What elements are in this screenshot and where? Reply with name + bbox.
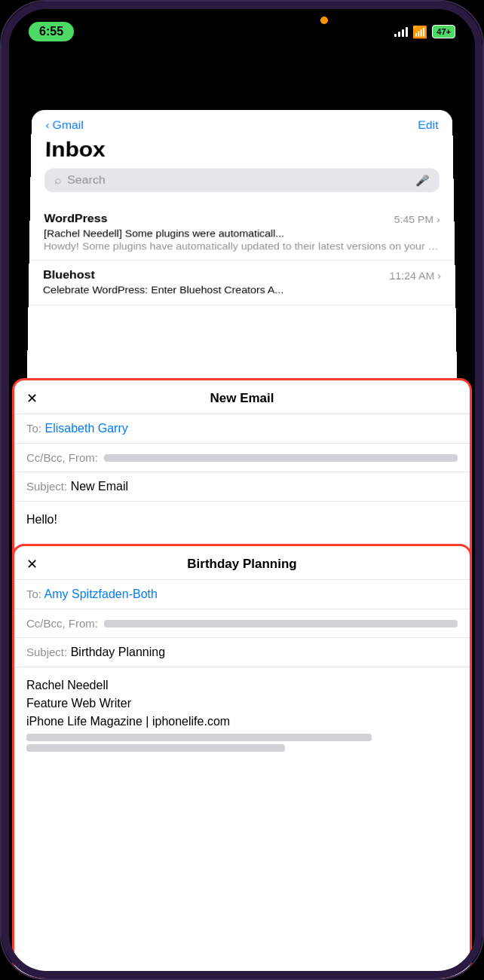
edit-button[interactable]: Edit: [418, 119, 439, 132]
signal-icon: [394, 26, 408, 37]
home-indicator: [189, 967, 295, 971]
compose-subject-1[interactable]: Subject: New Email: [14, 472, 470, 502]
status-icons: 📶 47+: [394, 25, 455, 39]
chevron-right-icon: ›: [437, 270, 441, 281]
compose-header-2: ✕ Birthday Planning: [14, 546, 470, 580]
search-bar[interactable]: ⌕ Search 🎤: [44, 169, 440, 193]
email-item-bluehost[interactable]: Bluehost 11:24 AM › Celebrate WordPress:…: [29, 261, 456, 306]
compose-to-field-2[interactable]: To: Amy Spitzfaden-Both: [14, 580, 470, 609]
body2-line3: iPhone Life Magazine | iphonelife.com: [26, 713, 458, 731]
redacted-line-1: [26, 734, 372, 741]
to-name-1: Elisabeth Garry: [44, 422, 127, 435]
email-time: 11:24 AM: [389, 270, 434, 281]
compose-ccbcc-2[interactable]: Cc/Bcc, From:: [14, 609, 470, 638]
email-subject: [Rachel Needell] Some plugins were autom…: [44, 227, 440, 239]
subject-label-1: Subject:: [26, 480, 67, 493]
camera-indicator: [320, 17, 328, 24]
screen-content: ‹ Gmail Edit Inbox ⌕ Search 🎤 WordPress: [2, 2, 482, 978]
email-preview: Howdy! Some plugins have automatically u…: [44, 240, 441, 252]
wifi-icon: 📶: [412, 25, 427, 39]
time-display: 6:55: [29, 22, 74, 41]
gmail-back-button[interactable]: ‹ Gmail: [45, 119, 84, 132]
gmail-label: Gmail: [52, 119, 84, 132]
body2-line2: Feature Web Writer: [26, 695, 458, 713]
ccbcc-redacted-1: [104, 454, 458, 462]
email-subject: Celebrate WordPress: Enter Bluehost Crea…: [43, 284, 442, 295]
subject-label-2: Subject:: [26, 646, 67, 658]
compose-subject-2[interactable]: Subject: Birthday Planning: [14, 638, 470, 667]
email-time: 5:45 PM: [394, 213, 433, 224]
ccbcc-label-2: Cc/Bcc, From:: [26, 617, 98, 630]
compose-modal-birthday: ✕ Birthday Planning To: Amy Spitzfaden-B…: [12, 544, 472, 978]
close-button-2[interactable]: ✕: [26, 556, 38, 572]
inbox-nav: ‹ Gmail Edit: [45, 119, 439, 132]
compose-body-2[interactable]: Rachel Needell Feature Web Writer iPhone…: [14, 667, 470, 764]
to-label-2: To:: [26, 588, 41, 600]
compose-ccbcc-1[interactable]: Cc/Bcc, From:: [14, 444, 470, 472]
chevron-left-icon: ‹: [45, 119, 50, 132]
chevron-right-icon: ›: [437, 213, 440, 224]
search-placeholder: Search: [67, 174, 409, 188]
inbox-title: Inbox: [45, 137, 440, 161]
to-label-1: To:: [26, 422, 41, 435]
battery-indicator: 47+: [432, 25, 455, 38]
subject-value-2: Birthday Planning: [71, 646, 165, 658]
compose-title-2: Birthday Planning: [187, 557, 296, 572]
compose-header-1: ✕ New Email: [14, 380, 470, 414]
body2-line1: Rachel Needell: [26, 676, 458, 695]
email-meta: 5:45 PM ›: [394, 213, 440, 224]
compose-to-field-1[interactable]: To: Elisabeth Garry: [14, 414, 470, 444]
to-name-2: Amy Spitzfaden-Both: [44, 588, 158, 600]
body-line-hello: Hello!: [26, 511, 458, 529]
email-list: WordPress 5:45 PM › [Rachel Needell] Som…: [29, 204, 456, 306]
close-button-1[interactable]: ✕: [26, 390, 38, 407]
subject-value-1: New Email: [71, 480, 128, 493]
microphone-icon: 🎤: [415, 174, 430, 187]
compose-title-1: New Email: [210, 391, 274, 406]
email-meta: 11:24 AM ›: [389, 270, 441, 281]
email-sender: Bluehost: [43, 268, 95, 282]
email-sender: WordPress: [44, 212, 107, 226]
search-icon: ⌕: [54, 174, 62, 186]
email-item-wordpress[interactable]: WordPress 5:45 PM › [Rachel Needell] Som…: [29, 204, 455, 261]
redacted-line-2: [26, 744, 285, 752]
phone-frame: 6:55 📶 47+ ‹ Gmail Edit: [0, 0, 484, 980]
inbox-header: ‹ Gmail Edit Inbox ⌕ Search 🎤: [30, 110, 454, 204]
ccbcc-redacted-2: [104, 620, 458, 627]
ccbcc-label-1: Cc/Bcc, From:: [26, 451, 98, 464]
dynamic-island: [195, 12, 289, 39]
